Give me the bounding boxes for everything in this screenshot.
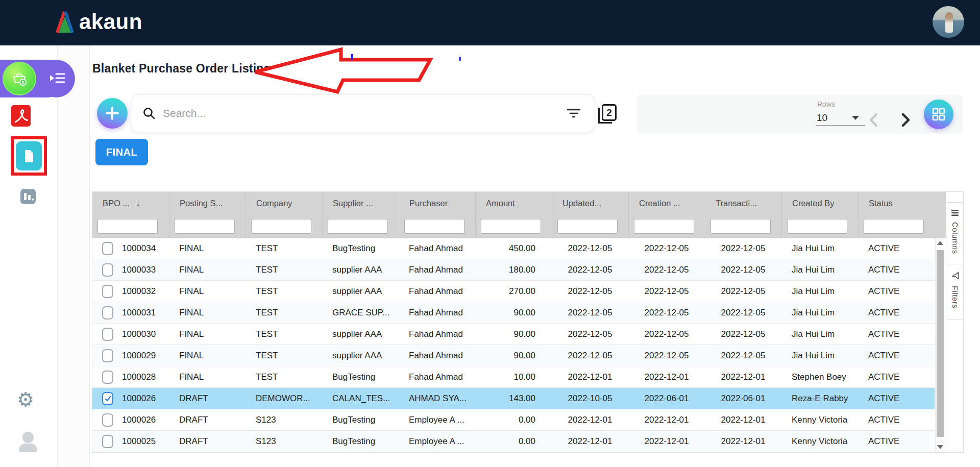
previous-page-button[interactable] — [867, 112, 880, 128]
rows-per-page-select[interactable]: 10 — [816, 110, 865, 126]
column-header-company[interactable]: Company — [246, 192, 322, 215]
cell-creation-date: 2022-12-05 — [628, 345, 705, 366]
row-checkbox[interactable] — [102, 285, 113, 298]
cell-posting-status: FINAL — [169, 281, 246, 302]
row-checkbox[interactable] — [102, 328, 113, 341]
person-icon — [19, 432, 37, 452]
row-checkbox[interactable] — [102, 349, 113, 362]
column-header-supplier[interactable]: Supplier ... — [322, 192, 399, 215]
filter-input-status[interactable] — [864, 219, 924, 234]
filter-input-amount[interactable] — [481, 219, 541, 234]
filter-list-icon[interactable] — [567, 108, 580, 118]
add-record-button[interactable] — [97, 98, 128, 129]
column-header-creation[interactable]: Creation ... — [628, 192, 705, 215]
sidebar-item-pdf-app[interactable] — [11, 105, 31, 127]
row-checkbox[interactable] — [102, 392, 113, 405]
gear-icon: ⚙ — [17, 389, 34, 410]
cell-created-by: Jia Hui Lim — [781, 238, 858, 259]
checkmark-icon — [104, 395, 112, 402]
sidebar-item-settings[interactable]: ⚙ — [17, 390, 34, 409]
brand-logo[interactable]: akaun — [55, 10, 142, 34]
column-header-created-by[interactable]: Created By — [781, 192, 858, 215]
cell-transaction-date: 2022-06-01 — [705, 388, 781, 409]
cell-updated-date: 2022-12-01 — [552, 366, 628, 387]
next-page-button[interactable] — [899, 112, 912, 128]
table-row[interactable]: 1000028 FINAL TEST BugTesting Fahad Ahma… — [92, 366, 935, 388]
table-row[interactable]: 1000029 FINAL TEST supplier AAA Fahad Ah… — [92, 345, 935, 366]
filter-input-posting-s[interactable] — [175, 219, 235, 234]
status-filter-chip-final[interactable]: FINAL — [95, 139, 148, 165]
columns-panel-tab[interactable]: Columns — [947, 202, 963, 264]
filter-input-updated[interactable] — [557, 219, 618, 234]
cell-creation-date: 2022-12-05 — [628, 238, 705, 259]
row-checkbox[interactable] — [102, 371, 113, 384]
table-row[interactable]: 1000032 FINAL TEST supplier AAA Fahad Ah… — [92, 281, 935, 302]
filter-input-purchaser[interactable] — [404, 219, 464, 234]
active-item-highlight-box — [11, 136, 47, 176]
filter-funnel-icon — [950, 271, 960, 280]
row-checkbox[interactable] — [102, 413, 113, 427]
column-header-bpo[interactable]: BPO ...↓ — [92, 192, 169, 215]
cell-transaction-date: 2022-12-05 — [705, 302, 781, 323]
document-icon — [23, 149, 35, 163]
column-header-amount[interactable]: Amount — [475, 192, 552, 215]
user-avatar[interactable] — [933, 6, 964, 38]
vertical-scrollbar[interactable] — [935, 238, 945, 452]
sidebar-item-reports[interactable] — [20, 189, 36, 204]
table-row[interactable]: 1000025 DRAFT S123 BugTesting Employee A… — [92, 431, 935, 452]
grid-view-button[interactable] — [924, 100, 953, 129]
cell-updated-date: 2022-12-01 — [552, 409, 628, 430]
row-checkbox[interactable] — [102, 306, 113, 319]
cell-supplier: GRACE SUP... — [322, 302, 399, 323]
filter-cell-company — [246, 215, 322, 238]
row-checkbox[interactable] — [102, 435, 113, 448]
cell-posting-status: DRAFT — [169, 431, 246, 452]
sidebar-item-document-listing[interactable] — [16, 141, 42, 170]
table-row[interactable]: 1000026 DRAFT S123 BugTesting Employee A… — [92, 409, 935, 431]
annotation-mark — [459, 57, 461, 61]
row-checkbox[interactable] — [102, 242, 113, 255]
column-header-posting-s[interactable]: Posting S... — [169, 192, 246, 215]
filter-input-supplier[interactable] — [328, 219, 388, 234]
cell-posting-status: FINAL — [169, 324, 246, 345]
column-header-status[interactable]: Status — [858, 192, 946, 215]
brand-name: akaun — [79, 11, 142, 33]
scroll-up-arrow-icon[interactable] — [937, 241, 943, 245]
cell-updated-date: 2022-12-05 — [552, 302, 628, 323]
table-row[interactable]: 1000030 FINAL TEST supplier AAA Fahad Ah… — [92, 324, 935, 345]
cell-amount: 0.00 — [475, 409, 552, 430]
column-header-purchaser[interactable]: Purchaser — [399, 192, 475, 215]
filter-input-company[interactable] — [251, 219, 311, 234]
sidebar-item-procurement-module[interactable]: $ — [3, 62, 36, 95]
cell-supplier: BugTesting — [322, 238, 399, 259]
column-header-updated[interactable]: Updated... — [552, 192, 628, 215]
table-row[interactable]: 1000026 DRAFT DEMOWOR... CALAN_TES... AH… — [92, 388, 935, 409]
filter-cell-transacti — [705, 215, 781, 238]
scroll-down-arrow-icon[interactable] — [937, 445, 943, 449]
filter-input-bpo[interactable] — [97, 219, 158, 234]
scrollbar-thumb[interactable] — [937, 250, 944, 437]
filter-input-transacti[interactable] — [710, 219, 771, 234]
table-row[interactable]: 1000033 FINAL TEST supplier AAA Fahad Ah… — [92, 259, 935, 281]
table-body: 1000034 FINAL TEST BugTesting Fahad Ahma… — [92, 238, 946, 452]
row-checkbox[interactable] — [102, 263, 113, 277]
cell-creation-date: 2022-12-01 — [628, 431, 705, 452]
table-row[interactable]: 1000034 FINAL TEST BugTesting Fahad Ahma… — [92, 238, 935, 259]
sidebar-item-profile[interactable] — [19, 432, 37, 452]
rows-per-page-label: Rows — [817, 100, 835, 108]
filter-input-created-by[interactable] — [787, 219, 847, 234]
cell-bpo-number: 1000025 — [122, 436, 156, 447]
filter-input-creation[interactable] — [634, 219, 694, 234]
cell-status: ACTIVE — [858, 324, 935, 345]
cell-purchaser: Fahad Ahmad — [399, 302, 475, 323]
duplicate-pages-button[interactable]: 2 — [598, 104, 618, 125]
column-header-transacti[interactable]: Transacti... — [705, 192, 781, 215]
cell-created-by: Kenny Victoria — [781, 409, 858, 430]
filters-panel-tab[interactable]: Filters — [947, 264, 963, 320]
table-row[interactable]: 1000031 FINAL TEST GRACE SUP... Fahad Ah… — [92, 302, 935, 324]
sidebar-expand-button[interactable] — [49, 71, 65, 87]
sort-descending-icon[interactable]: ↓ — [136, 199, 140, 209]
cell-supplier: supplier AAA — [322, 281, 399, 302]
search-input[interactable] — [163, 107, 560, 119]
grid-icon — [931, 107, 946, 122]
